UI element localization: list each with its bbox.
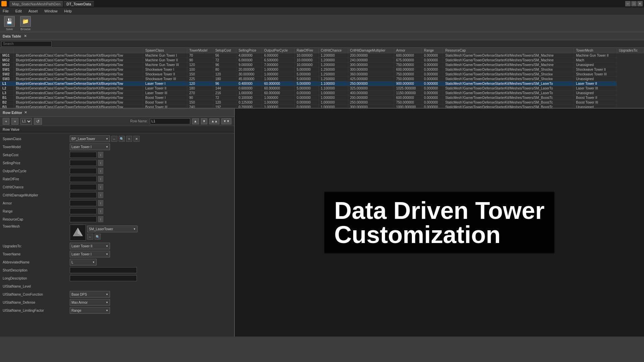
col-header-towermodel[interactable]: TowerModel: [187, 48, 213, 53]
sellingprice-input[interactable]: 96: [70, 160, 97, 166]
armor-input[interactable]: 250.0: [70, 200, 97, 206]
row-select-dropdown[interactable]: L1: [20, 118, 32, 125]
row-editor-right: Data Driven Tower Customization: [235, 109, 644, 337]
uistnamedefense-dropdown[interactable]: Max Armor ▼: [70, 299, 110, 306]
abbreviatedname-dropdown[interactable]: L ▼: [70, 259, 97, 265]
row-nav-down-btn[interactable]: ▼: [201, 118, 208, 124]
resourcecap-spin-btn[interactable]: ↕: [98, 216, 103, 222]
outputpercycle-input[interactable]: 0.4: [70, 168, 97, 174]
menu-item-edit[interactable]: Edit: [14, 8, 23, 14]
table-row[interactable]: L2BlueprintGeneratedClass'/Game/TowerDef…: [0, 86, 644, 91]
table-row[interactable]: MG3BlueprintGeneratedClass'/Game/TowerDe…: [0, 63, 644, 67]
towermesh-search-btn[interactable]: 🔍: [95, 234, 101, 240]
mesh-thumbnail: [70, 225, 86, 241]
row-editor-close-btn[interactable]: ✕: [24, 110, 27, 115]
abbreviatedname-chevron-icon: ▼: [92, 261, 95, 264]
col-header-crithitdamagemultiplier[interactable]: CritHitDamageMultiplier: [348, 48, 394, 53]
row-nav-up-btn[interactable]: ▲: [192, 118, 199, 124]
spawnclass-add-btn[interactable]: +: [126, 136, 132, 142]
table-row[interactable]: MG2BlueprintGeneratedClass'/Game/TowerDe…: [0, 58, 644, 63]
menu-item-file[interactable]: File: [1, 8, 10, 14]
col-header-towermesh[interactable]: TowerMesh: [574, 48, 617, 53]
table-row-cell: 1.200000: [319, 53, 348, 58]
spawnclass-dropdown[interactable]: BP_LaserTower ▼: [70, 135, 110, 142]
table-row[interactable]: B2BlueprintGeneratedClass'/Game/TowerDef…: [0, 100, 644, 105]
row-refresh-btn[interactable]: ↺: [34, 118, 42, 125]
col-header-range[interactable]: Range: [422, 48, 443, 53]
table-row[interactable]: SW1BlueprintGeneratedClass'/Game/TowerDe…: [0, 67, 644, 72]
table-row[interactable]: L1BlueprintGeneratedClass'/Game/TowerDef…: [0, 81, 644, 86]
spawnclass-search-btn[interactable]: 🔍: [119, 136, 125, 142]
setupcost-input[interactable]: 120: [70, 152, 97, 158]
col-header-armor[interactable]: Armor: [394, 48, 422, 53]
resourcecap-input[interactable]: 0.0: [70, 216, 97, 222]
table-row-cell: StaticMesh'/Game/TowerDefenseStarterKit/…: [443, 105, 574, 108]
range-input[interactable]: 900.0: [70, 208, 97, 214]
col-header-setupcost[interactable]: SetupCost: [213, 48, 236, 53]
col-header-rateoffire[interactable]: RateOfFire: [294, 48, 319, 53]
rateoffire-spin-btn[interactable]: ↕: [98, 176, 103, 182]
row-nav-last-btn[interactable]: ▼▼: [221, 118, 231, 124]
setupcost-spin-btn[interactable]: ↕: [98, 152, 103, 158]
towermesh-dropdown[interactable]: SM_LaserTower ▼: [87, 226, 138, 232]
shortdescription-input[interactable]: Deals continuous laser damage to enemy u…: [70, 267, 137, 273]
table-row[interactable]: B1BlueprintGeneratedClass'/Game/TowerDef…: [0, 96, 644, 100]
browse-button[interactable]: 📁 Browse: [19, 15, 32, 32]
col-header-outputpercycle[interactable]: OutputPerCycle: [262, 48, 294, 53]
rateoffire-input[interactable]: 60.0: [70, 176, 97, 182]
uistatnamecorefunction-dropdown[interactable]: Base DPS ▼: [70, 291, 110, 298]
row-name-input[interactable]: [150, 118, 190, 124]
spawnclass-arrow-left-btn[interactable]: ←: [111, 136, 117, 142]
table-row-cell: StaticMesh'/Game/TowerDefenseStarterKit/…: [443, 63, 574, 67]
minimize-btn[interactable]: ─: [625, 1, 631, 6]
sellingprice-spin-btn[interactable]: ↕: [98, 160, 103, 166]
table-row-cell: 0.000000: [294, 96, 319, 100]
search-input[interactable]: [1, 41, 52, 47]
col-header-upgradesto[interactable]: UpgradesTo:: [617, 48, 644, 53]
upgradesto-dropdown[interactable]: Laser Tower II ▼: [70, 243, 110, 249]
menu-item-asset[interactable]: Asset: [27, 8, 39, 14]
spawnclass-clear-btn[interactable]: ✕: [133, 136, 140, 142]
table-row[interactable]: B3BlueprintGeneratedClass'/Game/TowerDef…: [0, 105, 644, 108]
crithitchance-spin-btn[interactable]: ↕: [98, 184, 103, 190]
field-value-spawnclass: BP_LaserTower ▼ ← 🔍 + ✕: [70, 135, 231, 142]
table-row-cell: BlueprintGeneratedClass'/Game/TowerDefen…: [14, 77, 143, 81]
row-nav-first-btn[interactable]: ▲▲: [209, 118, 219, 124]
armor-spin-btn[interactable]: ↕: [98, 200, 103, 206]
close-btn[interactable]: ✕: [637, 1, 643, 6]
table-row[interactable]: L3BlueprintGeneratedClass'/Game/TowerDef…: [0, 91, 644, 96]
add-row-btn[interactable]: +: [3, 118, 9, 125]
longdescription-input[interactable]: The Laser Tower deals continuous laser d…: [70, 275, 137, 281]
col-header-crithitchance[interactable]: CritHitChance: [319, 48, 348, 53]
menu-item-window[interactable]: Window: [43, 8, 59, 14]
table-row[interactable]: SW2BlueprintGeneratedClass'/Game/TowerDe…: [0, 72, 644, 77]
towername-dropdown[interactable]: Laser Tower I ▼: [70, 251, 110, 257]
crithitdamagemultiplier-spin-btn[interactable]: ↕: [98, 192, 103, 198]
table-row[interactable]: SW3BlueprintGeneratedClass'/Game/TowerDe…: [0, 77, 644, 81]
table-row-cell: Unassigned: [574, 77, 617, 81]
table-row[interactable]: MG1BlueprintGeneratedClass'/Game/TowerDe…: [0, 53, 644, 58]
table-row-cell: 150: [187, 100, 213, 105]
col-header-resourcecap[interactable]: ResourceCap: [443, 48, 574, 53]
menu-item-help[interactable]: Help: [63, 8, 73, 14]
table-row-cell: 0.000000: [422, 100, 443, 105]
table-row-cell: 1.000000: [262, 67, 294, 72]
range-spin-btn[interactable]: ↕: [98, 208, 103, 214]
data-table-close-btn[interactable]: ✕: [24, 34, 27, 38]
field-row-armor: Armor 250.0 ↕: [0, 199, 234, 207]
uistatnamecorefunction-chevron-icon: ▼: [106, 293, 108, 296]
tab-dt_towerdata[interactable]: DT_TowerData: [64, 1, 94, 7]
col-header-sellingprice[interactable]: SellingPrice: [236, 48, 262, 53]
table-row-cell: 675.000000: [394, 58, 422, 63]
tab-map_staticnavmeshpathden[interactable]: Map_StaticNavMeshPathDen: [9, 1, 63, 7]
outputpercycle-spin-btn[interactable]: ↕: [98, 168, 103, 174]
remove-row-btn[interactable]: ×: [11, 118, 18, 125]
towermodel-dropdown[interactable]: Laser Tower I ▼: [70, 143, 110, 150]
crithitchance-input[interactable]: 5.0: [70, 184, 97, 190]
uistatnamelimitingfactor-dropdown[interactable]: Range ▼: [70, 307, 110, 314]
maximize-btn[interactable]: □: [631, 1, 637, 6]
col-header-spawnclass[interactable]: SpawnClass: [143, 48, 187, 53]
crithitdamagemultiplier-input[interactable]: 1.1: [70, 192, 97, 198]
towermesh-arrow-left-btn[interactable]: ←: [87, 234, 93, 240]
save-button[interactable]: 💾 Save: [3, 15, 16, 32]
